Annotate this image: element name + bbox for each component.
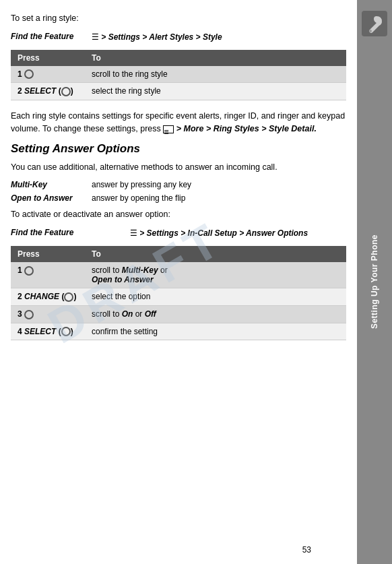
option-desc-open: answer by opening the flip [92, 193, 346, 203]
row3-num: 3 [18, 309, 22, 319]
select-key: SELECT [24, 86, 56, 96]
multi-key-ref: Multi-Key [122, 265, 158, 275]
side-tab-label: Setting Up Your Phone [370, 234, 379, 329]
wrench-icon [362, 11, 387, 36]
scroll-icon [61, 87, 71, 96]
find-feature-path-2: ☰ > Settings > In-Call Setup > Answer Op… [92, 228, 346, 239]
option-label-open: Open to Answer [11, 193, 92, 203]
press-table-1: Press To 1 scroll to the ring style 2 SE… [11, 50, 346, 101]
option-multi-key: Multi-Key answer by pressing any key [11, 180, 346, 189]
table1-row1-to: scroll to the ring style [85, 66, 346, 83]
scroll-icon [24, 310, 34, 319]
find-feature-label-2: Find the Feature [11, 228, 92, 237]
select-key-2: SELECT [24, 327, 56, 336]
scroll-icon [61, 327, 71, 336]
scroll-icon [64, 292, 73, 302]
option-desc-multi-key: answer by pressing any key [92, 180, 346, 189]
option-open-to-answer: Open to Answer answer by opening the fli… [11, 193, 346, 203]
table-row: 3 scroll to On or Off [11, 305, 346, 323]
on-ref: On [122, 309, 133, 319]
menu-icon-2: ≡ [163, 125, 174, 133]
section-intro: You can use additional, alternative meth… [11, 161, 346, 174]
row2-num: 2 [18, 292, 22, 301]
scroll-icon [24, 69, 34, 79]
find-feature-path-text-1: > Settings > Alert Styles > Style [99, 32, 222, 42]
side-tab: Setting Up Your Phone [357, 0, 392, 564]
table1-row2-press: 2 SELECT () [11, 83, 85, 100]
change-key: CHANGE [24, 292, 59, 301]
option-label-multi-key: Multi-Key [11, 180, 92, 189]
find-feature-path-1: ☰ > Settings > Alert Styles > Style [92, 32, 346, 43]
table1-header-press: Press [11, 50, 85, 66]
table2-row2-to: select the option [85, 288, 346, 306]
table-row: 2 CHANGE () select the option [11, 288, 346, 306]
activate-text: To activate or deactivate an answer opti… [11, 208, 346, 221]
table1-row1-press: 1 [11, 66, 85, 83]
svg-point-1 [369, 30, 372, 32]
table2-row4-press: 4 SELECT () [11, 323, 85, 340]
svg-rect-0 [362, 11, 387, 36]
find-feature-path-text-2: > Settings > In-Call Setup > Answer Opti… [137, 228, 308, 238]
off-ref: Off [145, 309, 156, 319]
page-number: 53 [302, 545, 311, 555]
paragraph1-path: > More > Ring Styles > Style Detail. [174, 124, 317, 133]
paragraph1: Each ring style contains settings for sp… [11, 110, 346, 135]
table2-row1-to: scroll to Multi-Key orOpen to Answer [85, 262, 346, 288]
find-feature-block-2: Find the Feature ☰ > Settings > In-Call … [11, 228, 346, 239]
table2-row3-press: 3 [11, 305, 85, 323]
row1-num: 1 [18, 265, 22, 275]
table2-row4-to: confirm the setting [85, 323, 346, 340]
page-container: DRAFT To set a ring style: Find the Feat… [0, 0, 392, 564]
table-row: 1 scroll to Multi-Key orOpen to Answer [11, 262, 346, 288]
open-to-answer-ref: Open to Answer [92, 275, 154, 284]
find-feature-label-1: Find the Feature [11, 32, 92, 41]
table2-row3-to: scroll to On or Off [85, 305, 346, 323]
table-row: 2 SELECT () select the ring style [11, 83, 346, 100]
table1-header-to: To [85, 50, 346, 66]
row4-num: 4 [18, 327, 22, 336]
table-row: 4 SELECT () confirm the setting [11, 323, 346, 340]
intro-text: To set a ring style: [11, 12, 346, 25]
table2-header-press: Press [11, 246, 85, 262]
table-row: 1 scroll to the ring style [11, 66, 346, 83]
section-heading: Setting Answer Options [11, 142, 346, 156]
scroll-icon [24, 266, 34, 276]
find-feature-block-1: Find the Feature ☰ > Settings > Alert St… [11, 32, 346, 43]
table2-row1-press: 1 [11, 262, 85, 288]
menu-icon-3: ☰ [130, 228, 137, 238]
menu-icon-1: ☰ [92, 32, 99, 42]
table1-row2-to: select the ring style [85, 83, 346, 100]
press-table-2: Press To 1 scroll to Multi-Key orOpen to… [11, 246, 346, 340]
main-content: DRAFT To set a ring style: Find the Feat… [0, 0, 357, 564]
table2-row2-press: 2 CHANGE () [11, 288, 85, 306]
table2-header-to: To [85, 246, 346, 262]
